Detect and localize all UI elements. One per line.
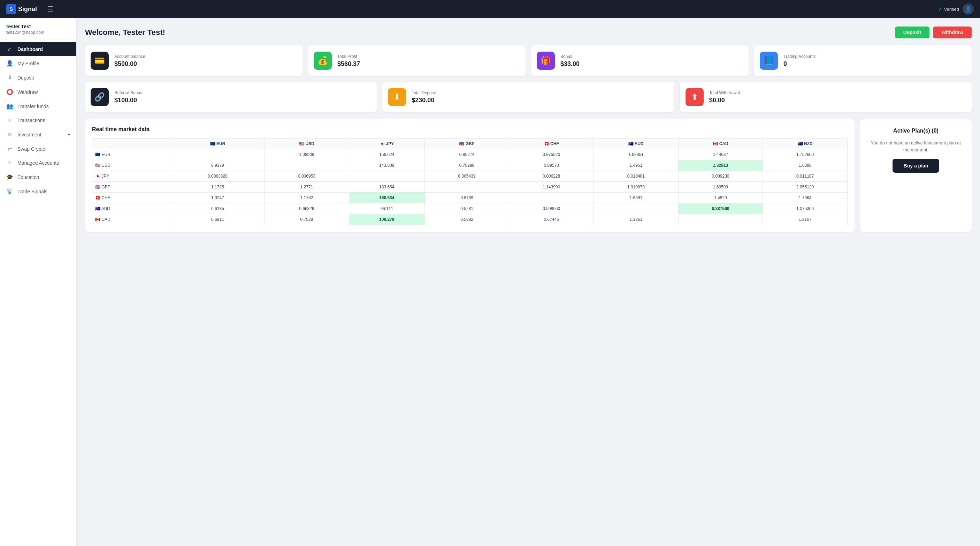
market-cell: 0.89570 <box>509 160 594 171</box>
market-cell: 0.6135 <box>171 203 264 214</box>
market-cell: 1.4961 <box>594 160 679 171</box>
market-cell: 143.809 <box>349 160 425 171</box>
market-cell: 1.32813 <box>678 160 763 171</box>
market-col-nzd: 🇳🇿 NZD <box>763 139 848 149</box>
market-cell: 108.278 <box>349 214 425 225</box>
account-balance-icon-box: 💳 <box>91 52 109 70</box>
market-cell: 0.8739 <box>425 193 509 203</box>
market-cell: 0.975520 <box>509 149 594 160</box>
market-cell: 2.055120 <box>763 182 848 193</box>
currency-cell: 🇺🇸 USD <box>92 160 171 171</box>
market-cell: 0.66829 <box>264 203 349 214</box>
market-cell: 0.0063828 <box>171 171 264 182</box>
deposit-icon: ⬇ <box>6 74 13 81</box>
market-cell: 0.005439 <box>425 171 509 182</box>
market-header-empty <box>92 139 171 149</box>
market-cell: 1.6691 <box>594 193 679 203</box>
sidebar-item-withdraw[interactable]: ⭕ Withdraw <box>0 85 76 99</box>
market-cell: 156.624 <box>349 149 425 160</box>
deposit-button[interactable]: Deposit <box>895 27 929 38</box>
profile-icon: 👤 <box>6 60 13 67</box>
market-cell: 1.62951 <box>594 149 679 160</box>
verified-label: Verified <box>944 6 959 12</box>
currency-cell: 🇯🇵 JPY <box>92 171 171 182</box>
sidebar-item-label: My Profile <box>18 61 39 66</box>
sidebar-item-investment[interactable]: ⚙ Investment ▾ <box>0 127 76 142</box>
sidebar-item-deposit[interactable]: ⬇ Deposit <box>0 70 76 85</box>
market-cell: 1.7964 <box>763 193 848 203</box>
total-profit-label: Total Profit <box>337 54 520 59</box>
bonus-value: $33.00 <box>560 61 743 68</box>
market-cell: 0.78298 <box>425 160 509 171</box>
market-cell: 1.1162 <box>264 193 349 203</box>
active-plan-description: You do not have an active investment pla… <box>869 140 963 153</box>
sidebar-user-email: test1234@happ.com <box>6 30 71 35</box>
table-row: 🇬🇧 GBP1.17251.2771183.6541.1439901.91087… <box>92 182 848 193</box>
market-cell: 1.2771 <box>264 182 349 193</box>
total-withdrawal-icon-box: ⬆ <box>686 88 704 106</box>
sidebar-item-transactions[interactable]: ≡ Transactions <box>0 113 76 127</box>
account-balance-value: $500.00 <box>114 61 297 68</box>
market-col-eur: 🇪🇺 EUR <box>171 139 264 149</box>
currency-cell: 🇨🇭 CHF <box>92 193 171 203</box>
market-cell: 0.006228 <box>509 171 594 182</box>
market-cell: 1.075300 <box>763 203 848 214</box>
sidebar-item-my-profile[interactable]: 👤 My Profile <box>0 56 76 70</box>
bonus-icon-box: 🎁 <box>537 52 555 70</box>
withdraw-button[interactable]: Withdraw <box>933 27 972 38</box>
topbar-right: ✓ Verified 👤 <box>938 3 974 14</box>
market-col-aud: 🇦🇺 AUD <box>594 139 679 149</box>
sidebar-item-label: Transactions <box>18 118 45 123</box>
referral-bonus-label: Referral Bonus <box>114 90 371 95</box>
currency-cell: 🇪🇺 EUR <box>92 149 171 160</box>
sidebar-item-education[interactable]: 🎓 Education <box>0 170 76 184</box>
welcome-header: Welcome, Tester Test! Deposit Withdraw <box>85 27 972 38</box>
stats-row-1: 💳 Account balance $500.00 💰 Total Profit… <box>85 45 972 76</box>
stat-card-trading-accounts: 📘 Trading Accounts 0 <box>754 45 972 76</box>
buy-plan-button[interactable]: Buy a plan <box>892 159 940 173</box>
sidebar-item-transfer-funds[interactable]: 👥 Transfer funds <box>0 99 76 113</box>
header-actions: Deposit Withdraw <box>895 27 972 38</box>
market-cell: 0.009230 <box>678 171 763 182</box>
market-cell: 0.887560 <box>678 203 763 214</box>
stat-card-account-balance: 💳 Account balance $500.00 <box>85 45 302 76</box>
market-cell: 0.6911 <box>171 214 264 225</box>
transactions-icon: ≡ <box>6 117 13 123</box>
sidebar-item-label: Dashboard <box>18 46 43 52</box>
avatar[interactable]: 👤 <box>963 3 974 14</box>
market-cell: 183.654 <box>349 182 425 193</box>
sidebar-item-managed-accounts[interactable]: ≡ Managed Accounts <box>0 156 76 170</box>
sidebar-item-dashboard[interactable]: ⌂ Dashboard <box>0 42 76 56</box>
market-cell <box>425 182 509 193</box>
sidebar-nav: ⌂ Dashboard 👤 My Profile ⬇ Deposit ⭕ Wit… <box>0 40 76 546</box>
education-icon: 🎓 <box>6 174 13 180</box>
sidebar-item-label: Swap Crypto <box>18 146 45 152</box>
bottom-section: Real time market data 🇪🇺 EUR 🇺🇸 USD 🇯🇵 J… <box>85 119 972 232</box>
total-deposit-info: Total Deposit $230.00 <box>412 90 668 104</box>
currency-cell: 🇨🇦 CAD <box>92 214 171 225</box>
page-title: Welcome, Tester Test! <box>85 28 165 37</box>
active-plan-title: Active Plan(s) (0) <box>893 128 939 134</box>
market-cell: 1.910870 <box>594 182 679 193</box>
sidebar-item-swap-crypto[interactable]: ⇄ Swap Crypto <box>0 142 76 156</box>
sidebar-item-trade-signals[interactable]: 📡 Trade Signals <box>0 184 76 198</box>
currency-cell: 🇦🇺 AUD <box>92 203 171 214</box>
market-title: Real time market data <box>92 126 848 133</box>
market-cell: 1.2107 <box>763 214 848 225</box>
table-row: 🇪🇺 EUR1.08909156.6240.852740.9755201.629… <box>92 149 848 160</box>
table-row: 🇺🇸 USD0.9179143.8090.782980.895701.49611… <box>92 160 848 171</box>
market-cell: 1.44637 <box>678 149 763 160</box>
market-cell <box>678 214 763 225</box>
market-col-usd: 🇺🇸 USD <box>264 139 349 149</box>
market-cell: 160.534 <box>349 193 425 203</box>
referral-icon-box: 🔗 <box>91 88 109 106</box>
market-cell: 1.1725 <box>171 182 264 193</box>
bonus-info: Bonus $33.00 <box>560 54 743 68</box>
total-withdrawal-info: Total Withdrawal $0.00 <box>709 90 966 104</box>
market-cell <box>594 203 679 214</box>
total-deposit-value: $230.00 <box>412 97 668 104</box>
hamburger-button[interactable]: ☰ <box>48 5 54 13</box>
total-profit-value: $560.37 <box>337 61 520 68</box>
market-cell: 0.010401 <box>594 171 679 182</box>
market-cell: 0.5231 <box>425 203 509 214</box>
